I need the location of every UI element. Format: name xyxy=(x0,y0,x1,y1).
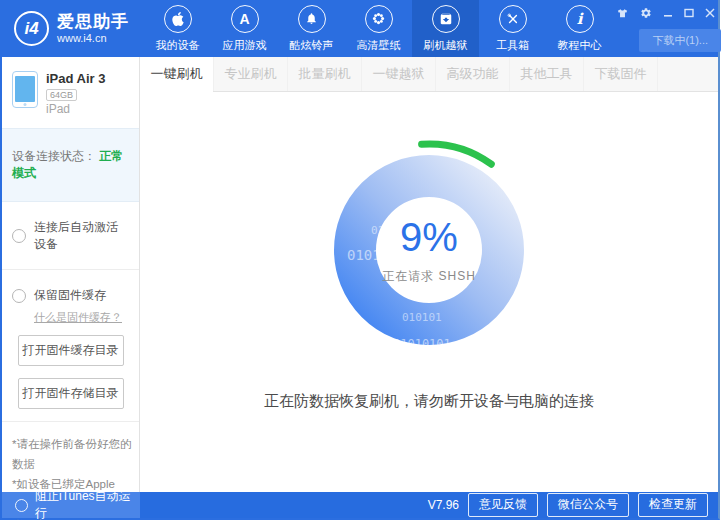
tab-advanced[interactable]: 高级功能 xyxy=(436,57,510,91)
app-url: www.i4.cn xyxy=(57,32,129,44)
tab-batch-flash[interactable]: 批量刷机 xyxy=(288,57,362,91)
open-firmware-cache-button[interactable]: 打开固件缓存目录 xyxy=(18,335,124,366)
tab-one-click-flash[interactable]: 一键刷机 xyxy=(140,57,214,91)
minimize-icon[interactable] xyxy=(663,8,673,18)
tab-bar: 一键刷机 专业刷机 批量刷机 一键越狱 高级功能 其他工具 下载固件 xyxy=(140,57,718,92)
app-window: i4 爱思助手 www.i4.cn 我的设备 A 应用游戏 酷炫铃声 xyxy=(0,0,720,520)
main-panel: 一键刷机 专业刷机 批量刷机 一键越狱 高级功能 其他工具 下载固件 xyxy=(140,57,718,492)
block-itunes-option[interactable]: 阻止iTunes自动运行 xyxy=(2,492,140,518)
progress-status-text: 正在请求 SHSH xyxy=(382,268,476,285)
warning-note: *请在操作前备份好您的数据 xyxy=(12,434,133,474)
flash-progress-content: 0101 0101 010101 01010101 01 9% 正在请求 SHS… xyxy=(140,92,718,492)
connection-status: 设备连接状态： 正常模式 xyxy=(2,128,139,202)
keep-firmware-label: 保留固件缓存 xyxy=(34,287,106,304)
app-logo: i4 爱思助手 www.i4.cn xyxy=(2,0,144,57)
option-auto-activate[interactable]: 连接后自动激活设备 xyxy=(2,202,139,269)
progress-percent: 9% xyxy=(400,215,458,260)
info-icon: i xyxy=(566,5,594,33)
nav-label: 我的设备 xyxy=(156,38,200,53)
connection-status-label: 设备连接状态： xyxy=(12,149,96,163)
device-capacity-badge: 64GB xyxy=(46,89,77,101)
nav-label: 应用游戏 xyxy=(223,38,267,53)
device-name: iPad Air 3 xyxy=(46,71,105,86)
feedback-button[interactable]: 意见反馈 xyxy=(468,493,538,517)
window-controls xyxy=(616,7,715,19)
nav-label: 酷炫铃声 xyxy=(290,38,334,53)
device-type: iPad xyxy=(46,102,105,116)
progress-center-label: 9% 正在请求 SHSH xyxy=(309,130,549,370)
nav-item-wallpapers[interactable]: 高清壁纸 xyxy=(345,0,412,57)
nav-item-toolbox[interactable]: 工具箱 xyxy=(479,0,546,57)
info-i-glyph: i xyxy=(577,10,583,28)
ipad-home-button xyxy=(24,103,27,106)
nav-item-apps-games[interactable]: A 应用游戏 xyxy=(211,0,278,57)
check-update-button[interactable]: 检查更新 xyxy=(638,493,708,517)
ipad-icon xyxy=(12,71,38,108)
header: i4 爱思助手 www.i4.cn 我的设备 A 应用游戏 酷炫铃声 xyxy=(2,0,718,57)
downloading-button[interactable]: 下载中(1)... xyxy=(639,29,721,52)
appstore-a-glyph: A xyxy=(239,11,249,27)
sidebar: iPad Air 3 64GB iPad 设备连接状态： 正常模式 连接后自动激… xyxy=(2,57,140,492)
block-itunes-radio[interactable] xyxy=(15,499,28,512)
nav-label: 高清壁纸 xyxy=(357,38,401,53)
nav-item-ringtones[interactable]: 酷炫铃声 xyxy=(278,0,345,57)
nav-label: 教程中心 xyxy=(558,38,602,53)
device-card: iPad Air 3 64GB iPad xyxy=(2,57,139,128)
nav-item-flash-jailbreak[interactable]: 刷机越狱 xyxy=(412,0,479,57)
appstore-icon: A xyxy=(231,5,259,33)
nav-item-my-devices[interactable]: 我的设备 xyxy=(144,0,211,57)
bell-icon xyxy=(298,5,326,33)
tab-download-firmware[interactable]: 下载固件 xyxy=(584,57,658,91)
option-keep-firmware[interactable]: 保留固件缓存 xyxy=(2,270,139,306)
header-right: 下载中(1)... xyxy=(613,0,723,57)
flower-icon xyxy=(365,5,393,33)
nav-label: 工具箱 xyxy=(496,38,529,53)
nav-item-tutorials[interactable]: i 教程中心 xyxy=(546,0,613,57)
flash-warning-message: 正在防数据恢复刷机，请勿断开设备与电脑的连接 xyxy=(140,392,718,411)
tab-one-click-jailbreak[interactable]: 一键越狱 xyxy=(362,57,436,91)
progress-donut: 0101 0101 010101 01010101 01 9% 正在请求 SHS… xyxy=(309,130,549,370)
what-is-firmware-cache-link[interactable]: 什么是固件缓存？ xyxy=(34,310,139,325)
flash-box-icon xyxy=(432,5,460,33)
skin-icon[interactable] xyxy=(616,8,629,19)
footer: 阻止iTunes自动运行 V7.96 意见反馈 微信公众号 检查更新 xyxy=(2,492,718,518)
tools-icon xyxy=(499,5,527,33)
maximize-icon[interactable] xyxy=(684,8,694,18)
block-itunes-label: 阻止iTunes自动运行 xyxy=(35,488,140,520)
nav-label: 刷机越狱 xyxy=(424,38,468,53)
i4-logo-icon: i4 xyxy=(14,11,49,46)
app-body: iPad Air 3 64GB iPad 设备连接状态： 正常模式 连接后自动激… xyxy=(2,57,718,492)
ipad-screen xyxy=(15,76,35,102)
settings-gear-icon[interactable] xyxy=(640,7,652,19)
open-firmware-storage-button[interactable]: 打开固件存储目录 xyxy=(18,378,124,409)
close-icon[interactable] xyxy=(705,8,715,18)
auto-activate-radio[interactable] xyxy=(12,229,26,243)
keep-firmware-radio[interactable] xyxy=(12,289,26,303)
tab-pro-flash[interactable]: 专业刷机 xyxy=(214,57,288,91)
auto-activate-label: 连接后自动激活设备 xyxy=(34,219,129,253)
wechat-official-button[interactable]: 微信公众号 xyxy=(547,493,629,517)
tab-other-tools[interactable]: 其他工具 xyxy=(510,57,584,91)
apple-icon xyxy=(164,5,192,33)
footer-right: V7.96 意见反馈 微信公众号 检查更新 xyxy=(140,492,718,518)
version-label: V7.96 xyxy=(428,498,459,512)
app-title: 爱思助手 xyxy=(57,13,129,32)
main-nav: 我的设备 A 应用游戏 酷炫铃声 高 xyxy=(144,0,613,57)
